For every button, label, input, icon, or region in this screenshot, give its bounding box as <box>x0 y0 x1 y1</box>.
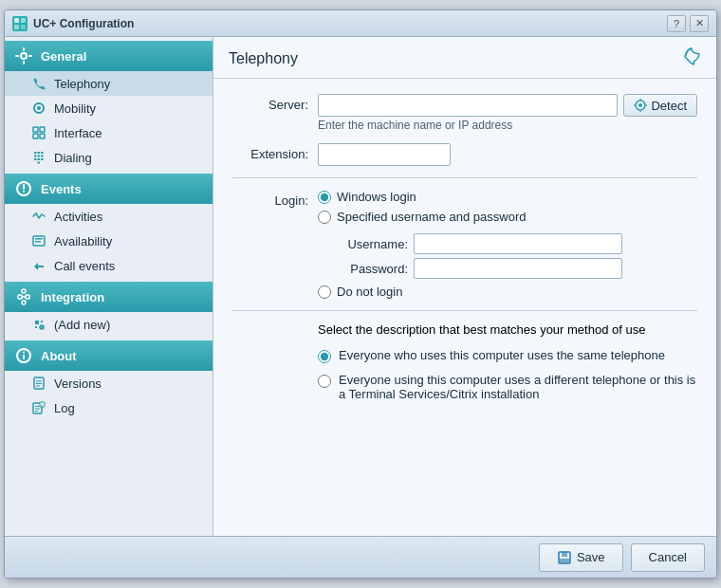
login-option-windows[interactable]: Windows login <box>318 190 697 204</box>
detect-icon <box>634 99 647 112</box>
username-row: Username: <box>337 233 697 254</box>
username-label: Username: <box>337 237 408 251</box>
svg-point-27 <box>23 191 25 193</box>
sidebar-item-availability[interactable]: Availability <box>5 229 213 253</box>
svg-rect-7 <box>15 55 19 57</box>
usage-different-label: Everyone using this computer uses a diff… <box>339 373 697 401</box>
telephony-label: Telephony <box>54 77 110 91</box>
save-button[interactable]: Save <box>539 543 623 572</box>
svg-rect-11 <box>33 127 38 132</box>
sidebar-item-dialing[interactable]: Dialing <box>5 145 213 170</box>
usage-option-same[interactable]: Everyone who uses this computer uses the… <box>318 348 697 363</box>
detect-button[interactable]: Detect <box>623 94 697 117</box>
svg-rect-8 <box>28 55 32 57</box>
title-bar-left: UC+ Configuration <box>12 16 134 31</box>
content-body: Server: <box>213 79 716 536</box>
telephony-icon <box>31 76 46 91</box>
sidebar-item-interface[interactable]: Interface <box>5 120 213 145</box>
server-row: Server: <box>232 94 697 132</box>
svg-rect-31 <box>18 295 22 299</box>
sidebar-item-activities[interactable]: Activities <box>5 204 213 229</box>
usage-radio-different[interactable] <box>318 375 331 388</box>
divider-1 <box>232 177 697 178</box>
login-specified-label: Specified username and password <box>337 210 526 224</box>
username-input[interactable] <box>414 233 622 254</box>
main-window: UC+ Configuration ? ✕ Gen <box>4 9 717 579</box>
sidebar-section-integration[interactable]: Integration <box>5 282 213 312</box>
interface-icon <box>31 125 46 140</box>
usage-option-different[interactable]: Everyone using this computer uses a diff… <box>318 373 697 401</box>
usage-hint: Select the description that best matches… <box>318 322 645 337</box>
login-field: Windows login Specified username and pas… <box>318 190 697 299</box>
svg-rect-63 <box>560 559 569 562</box>
sidebar-item-telephony[interactable]: Telephony <box>5 71 213 96</box>
login-radio-specified[interactable] <box>318 211 331 224</box>
sidebar-section-general[interactable]: General <box>5 41 213 71</box>
general-section-label: General <box>41 49 86 64</box>
password-label: Password: <box>337 262 408 276</box>
log-icon: ≡ <box>31 400 46 415</box>
svg-rect-6 <box>23 61 25 64</box>
svg-point-43 <box>23 352 25 354</box>
password-input[interactable] <box>414 258 622 279</box>
sidebar-item-addnew[interactable]: (Add new) <box>5 312 213 337</box>
content-header: Telephony <box>213 37 716 79</box>
usage-label-empty <box>232 322 318 326</box>
svg-point-56 <box>638 103 642 107</box>
cancel-button[interactable]: Cancel <box>631 543 705 572</box>
svg-rect-0 <box>14 18 19 23</box>
sidebar-item-versions[interactable]: Versions <box>5 371 213 395</box>
svg-rect-1 <box>21 18 26 23</box>
events-section-label: Events <box>41 182 82 196</box>
password-row: Password: <box>337 258 697 279</box>
svg-rect-21 <box>34 158 37 160</box>
usage-radio-same[interactable] <box>318 350 331 363</box>
login-option-nologin[interactable]: Do not login <box>318 285 697 299</box>
svg-point-35 <box>22 301 26 304</box>
sidebar-section-about[interactable]: About <box>5 340 213 371</box>
general-section-icon <box>14 46 33 65</box>
svg-rect-5 <box>23 47 25 51</box>
sidebar: General Telephony Mobility <box>5 37 213 536</box>
addnew-icon <box>31 317 46 332</box>
svg-rect-44 <box>23 355 25 359</box>
title-bar: UC+ Configuration ? ✕ <box>5 10 716 37</box>
integration-section-icon <box>14 287 33 306</box>
mobility-icon <box>31 101 46 116</box>
about-section-icon <box>14 346 33 365</box>
bottom-bar: Save Cancel <box>5 536 716 578</box>
login-radio-nologin[interactable] <box>318 285 331 299</box>
activities-icon <box>31 209 46 224</box>
extension-row: Extension: <box>232 143 697 166</box>
svg-rect-62 <box>562 552 567 557</box>
login-nologin-label: Do not login <box>337 285 402 299</box>
sidebar-section-events[interactable]: Events <box>5 174 213 204</box>
svg-rect-12 <box>40 127 45 132</box>
dialing-label: Dialing <box>54 151 92 165</box>
login-label: Login: <box>232 190 318 208</box>
login-option-specified[interactable]: Specified username and password <box>318 210 697 224</box>
window-title: UC+ Configuration <box>33 17 134 30</box>
help-button[interactable]: ? <box>667 15 686 32</box>
integration-section-label: Integration <box>41 290 104 304</box>
callevents-label: Call events <box>54 259 115 273</box>
server-label: Server: <box>232 94 318 112</box>
log-label: Log <box>54 401 75 415</box>
svg-rect-16 <box>38 152 41 154</box>
svg-rect-50 <box>35 406 40 407</box>
sidebar-item-mobility[interactable]: Mobility <box>5 96 213 120</box>
callevents-icon <box>31 258 46 273</box>
content-header-icon <box>682 46 701 70</box>
versions-icon <box>31 376 46 391</box>
sidebar-item-log[interactable]: ≡ Log <box>5 395 213 420</box>
content-title: Telephony <box>229 50 298 67</box>
svg-rect-24 <box>38 162 41 164</box>
extension-input[interactable] <box>318 143 451 166</box>
close-button[interactable]: ✕ <box>690 15 709 32</box>
detect-label: Detect <box>651 99 687 113</box>
login-radio-windows[interactable] <box>318 191 331 204</box>
server-input[interactable] <box>318 94 618 117</box>
usage-hint-field: Select the description that best matches… <box>318 322 697 337</box>
sidebar-item-callevents[interactable]: Call events <box>5 253 213 278</box>
svg-rect-14 <box>40 134 45 138</box>
